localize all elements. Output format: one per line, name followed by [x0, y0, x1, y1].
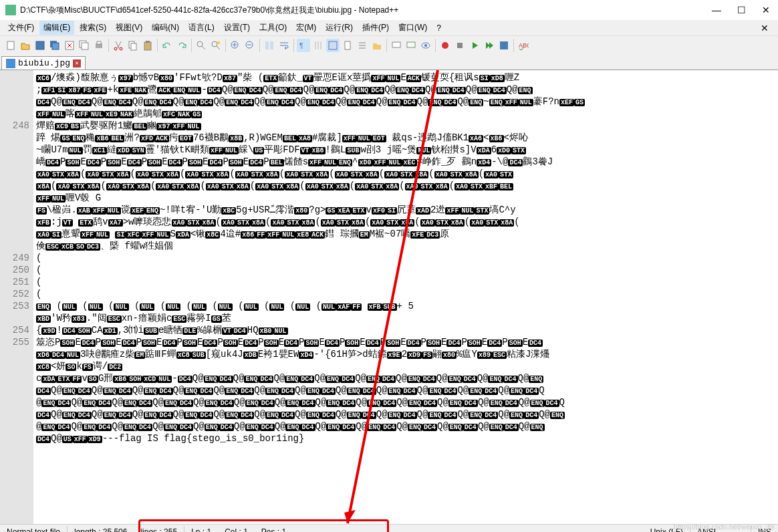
- menu-file[interactable]: 文件(F): [4, 21, 38, 35]
- tab-biubiu[interactable]: biubiu.jpg ✕: [1, 56, 86, 70]
- titlebar: D:\CTF\杂项Misc\BUUCTF\d6541cef-5250-441c-…: [0, 0, 778, 20]
- menu-view[interactable]: 视图(V): [112, 21, 146, 35]
- monitor2-icon[interactable]: [404, 39, 418, 52]
- folder-icon[interactable]: [370, 39, 384, 52]
- menu-window[interactable]: 窗口(W): [394, 21, 431, 35]
- svg-rect-13: [144, 42, 151, 50]
- svg-point-10: [120, 47, 122, 50]
- menu-plugins[interactable]: 插件(P): [358, 21, 393, 35]
- indent-guide-icon[interactable]: [311, 39, 325, 52]
- annotation-arrow: [0, 70, 468, 532]
- function-list-icon[interactable]: [356, 39, 369, 52]
- title-text: D:\CTF\杂项Misc\BUUCTF\d6541cef-5250-441c-…: [20, 5, 712, 16]
- find-icon[interactable]: [194, 39, 208, 52]
- show-all-chars-icon[interactable]: ¶: [297, 39, 310, 52]
- svg-rect-31: [500, 41, 508, 49]
- svg-rect-25: [392, 42, 400, 47]
- menu-run[interactable]: 运行(R): [321, 21, 357, 35]
- svg-text:ABC: ABC: [519, 42, 529, 49]
- eye-icon[interactable]: [419, 39, 432, 52]
- close-all-icon[interactable]: [78, 39, 91, 52]
- svg-rect-6: [82, 43, 88, 49]
- menu-settings[interactable]: 设置(T): [220, 21, 254, 35]
- menu-help[interactable]: ?: [432, 22, 445, 34]
- print-icon[interactable]: [92, 39, 106, 52]
- svg-rect-21: [270, 41, 273, 49]
- menu-tools[interactable]: 工具(O): [255, 21, 291, 35]
- tabbar: biubiu.jpg ✕: [0, 55, 778, 70]
- svg-text:¶: ¶: [299, 42, 303, 49]
- replace-icon[interactable]: [209, 39, 223, 52]
- tab-close-icon[interactable]: ✕: [73, 59, 81, 68]
- redo-icon[interactable]: [175, 39, 188, 52]
- svg-point-28: [424, 44, 427, 47]
- svg-rect-14: [146, 41, 150, 43]
- svg-point-16: [212, 41, 217, 47]
- svg-rect-17: [217, 41, 220, 44]
- zoom-in-icon[interactable]: [229, 39, 242, 52]
- tab-label: biubiu.jpg: [18, 58, 70, 68]
- svg-rect-3: [52, 43, 59, 49]
- svg-rect-20: [265, 41, 269, 49]
- toolbar: ¶ ABC: [0, 36, 778, 55]
- play-icon[interactable]: [468, 39, 481, 52]
- wordwrap-icon[interactable]: [277, 39, 291, 52]
- svg-rect-1: [36, 41, 44, 49]
- save-macro-icon[interactable]: [497, 39, 511, 52]
- svg-rect-24: [345, 41, 350, 49]
- paste-icon[interactable]: [141, 39, 154, 52]
- doc-close-icon[interactable]: ✕: [761, 23, 774, 33]
- zoom-out-icon[interactable]: [243, 39, 257, 52]
- svg-rect-8: [97, 41, 101, 44]
- doc-map-icon[interactable]: [341, 39, 354, 52]
- svg-rect-12: [131, 43, 136, 50]
- svg-marker-34: [344, 510, 356, 523]
- svg-point-29: [442, 42, 448, 49]
- new-file-icon[interactable]: [4, 39, 17, 52]
- svg-rect-30: [457, 43, 463, 48]
- minimize-icon[interactable]: —: [712, 5, 721, 15]
- menu-encoding[interactable]: 编码(N): [148, 21, 183, 35]
- maximize-icon[interactable]: ☐: [737, 5, 746, 15]
- svg-line-33: [348, 70, 438, 523]
- menu-edit[interactable]: 编辑(E): [39, 21, 74, 35]
- menu-macro[interactable]: 宏(M): [292, 21, 320, 35]
- close-file-icon[interactable]: [63, 39, 76, 52]
- spellcheck-icon[interactable]: ABC: [517, 39, 530, 52]
- save-icon[interactable]: [33, 39, 47, 52]
- watermark: https://blog.csdn.net/weixin_39: [674, 523, 774, 531]
- save-all-icon[interactable]: [48, 39, 61, 52]
- copy-icon[interactable]: [126, 39, 140, 52]
- menubar: 文件(F) 编辑(E) 搜索(S) 视图(V) 编码(N) 语言(L) 设置(T…: [0, 20, 778, 36]
- svg-rect-0: [7, 41, 14, 49]
- record-icon[interactable]: [438, 39, 452, 52]
- editor[interactable]: 248 249 250 251 252 253 254 255 xC6/燠猋)馥…: [0, 70, 778, 524]
- undo-icon[interactable]: [160, 39, 174, 52]
- app-icon: [5, 5, 16, 15]
- open-file-icon[interactable]: [19, 39, 32, 52]
- play-multi-icon[interactable]: [483, 39, 496, 52]
- stop-icon[interactable]: [453, 39, 467, 52]
- sync-scroll-icon[interactable]: [263, 39, 276, 52]
- cut-icon[interactable]: [112, 39, 125, 52]
- svg-point-15: [197, 41, 203, 47]
- close-icon[interactable]: ✕: [762, 5, 770, 15]
- svg-rect-26: [407, 42, 415, 47]
- svg-rect-23: [329, 41, 337, 49]
- menu-language[interactable]: 语言(L): [184, 21, 219, 35]
- svg-point-9: [114, 47, 117, 50]
- menu-search[interactable]: 搜索(S): [76, 21, 110, 35]
- monitor-icon[interactable]: [390, 39, 403, 52]
- file-icon: [6, 59, 15, 68]
- user-lang-icon[interactable]: [326, 39, 340, 52]
